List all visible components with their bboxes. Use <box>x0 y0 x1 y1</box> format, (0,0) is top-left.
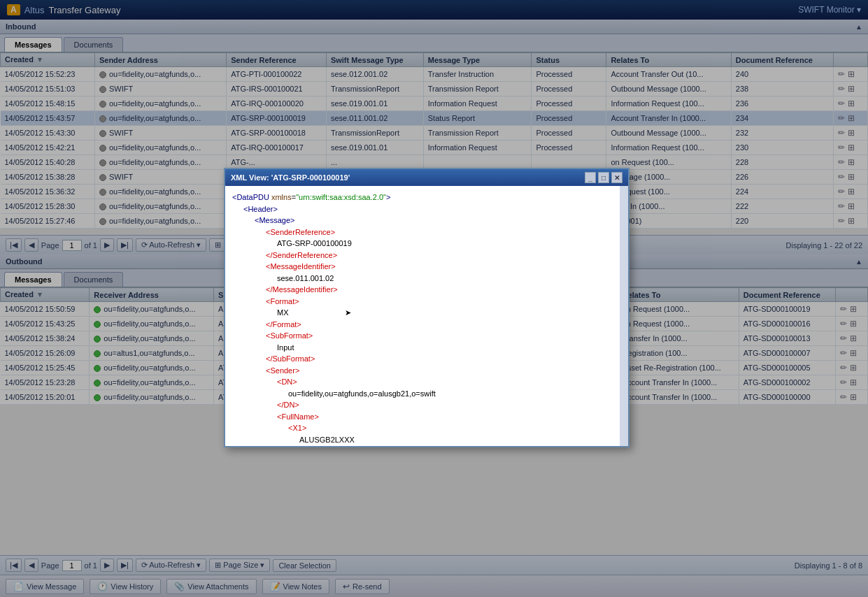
xml-line-19: </DN> <box>277 399 613 411</box>
xml-line-17: <DN> <box>277 376 613 388</box>
xml-line-9: </MessageIdentifier> <box>266 284 613 296</box>
xml-line-8: sese.011.001.02 <box>277 273 613 285</box>
xml-modal-overlay: XML View: 'ATG-SRP-000100019' _ □ ✕ <Dat… <box>0 0 868 597</box>
xml-line-22: ALUSGB2LXXX <box>299 434 613 446</box>
xml-line-14: Input <box>277 342 613 354</box>
xml-line-6: </SenderReference> <box>266 250 613 261</box>
xml-line-15: </SubFormat> <box>266 353 613 365</box>
xml-modal-titlebar[interactable]: XML View: 'ATG-SRP-000100019' _ □ ✕ <box>225 169 628 186</box>
xml-modal-content[interactable]: <DataPDU xmlns="urn:swift:saa:xsd:saa.2.… <box>225 186 620 446</box>
xml-line-20: <FullName> <box>277 411 613 423</box>
xml-modal-maximize[interactable]: □ <box>598 172 609 183</box>
xml-modal-buttons: _ □ ✕ <box>585 172 622 183</box>
xml-line-12: </Format> <box>266 319 613 331</box>
xml-line-16: <Sender> <box>266 365 613 377</box>
xml-line-11: MX➤ <box>277 307 613 319</box>
xml-modal-scrollbar[interactable] <box>620 186 628 446</box>
xml-line-2: <Header> <box>243 203 613 215</box>
xml-line-13: <SubFormat> <box>266 330 613 342</box>
xml-line-4: <SenderReference> <box>266 226 613 238</box>
xml-modal-close[interactable]: ✕ <box>611 172 622 183</box>
xml-line-10: <Format> <box>266 296 613 308</box>
xml-line-1: <DataPDU xmlns="urn:swift:saa:xsd:saa.2.… <box>232 192 613 203</box>
xml-modal-title: XML View: 'ATG-SRP-000100019' <box>231 173 350 182</box>
xml-line-3: <Message> <box>255 215 613 226</box>
xml-line-18: ou=fidelity,ou=atgfunds,o=alusgb21,o=swi… <box>288 388 613 400</box>
xml-modal-minimize[interactable]: _ <box>585 172 596 183</box>
xml-line-5: ATG-SRP-000100019 <box>277 238 613 250</box>
xml-modal-window: XML View: 'ATG-SRP-000100019' _ □ ✕ <Dat… <box>224 168 629 447</box>
xml-line-7: <MessageIdentifier> <box>266 261 613 273</box>
xml-line-21: <X1> <box>288 422 613 434</box>
